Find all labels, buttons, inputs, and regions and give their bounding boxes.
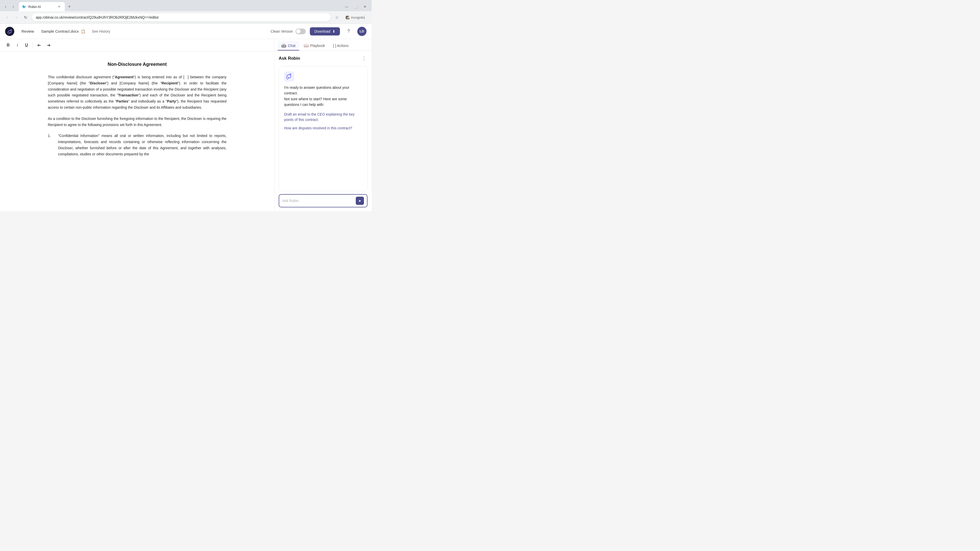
svg-point-1 [11, 29, 12, 30]
sidebar: 🤖 Chat 📖 Playbook [ ] Actions Ask Robin … [275, 39, 372, 211]
clean-version-group: Clean Version [271, 29, 306, 34]
sidebar-tab-bar: 🤖 Chat 📖 Playbook [ ] Actions [275, 39, 372, 51]
ask-robin-send-button[interactable]: ➤ [356, 197, 364, 205]
tab-nav-right[interactable]: › [10, 3, 17, 10]
underline-button[interactable]: U [22, 41, 30, 49]
address-bar: ‹ › ↻ ☆ ⬇ 🕵 Incognito ⋮ [0, 11, 372, 24]
ask-robin-input-wrap: ➤ [279, 194, 368, 207]
list-item-content: "Confidential Information" means all ora… [58, 133, 227, 157]
forward-button[interactable]: › [12, 13, 21, 21]
tab-playbook[interactable]: 📖 Playbook [300, 41, 329, 51]
bookmark-button[interactable]: ☆ [333, 13, 341, 21]
chat-tab-label: Chat [288, 44, 296, 48]
active-tab[interactable]: 🐦 Robin AI ✕ [19, 2, 65, 11]
doc-name: Sample Contract.docx 📋 [41, 29, 85, 33]
paragraph-1: This confidential disclosure agreement (… [48, 74, 227, 111]
download-button[interactable]: Download ⬇ [310, 27, 340, 35]
ask-robin-menu-button[interactable]: ⋮ [360, 55, 368, 62]
outdent-button[interactable]: ⇤ [35, 41, 43, 49]
sidebar-body: Ask Robin ⋮ I [275, 51, 372, 211]
provisions-list: 1. "Confidential Information" means all … [48, 133, 227, 157]
term-parties: Parties [116, 99, 128, 103]
tab-close-button[interactable]: ✕ [57, 4, 62, 9]
back-button[interactable]: ‹ [3, 13, 11, 21]
window-minimize-button[interactable]: — [343, 3, 350, 10]
document-title: Non-Disclosure Agreement [48, 62, 227, 67]
send-icon: ➤ [358, 199, 361, 203]
tab-nav-left[interactable]: ‹ [2, 3, 9, 10]
logo[interactable] [5, 27, 14, 36]
review-button[interactable]: Review [18, 27, 37, 35]
document-content: Non-Disclosure Agreement This confidenti… [48, 62, 227, 157]
formatting-toolbar: B i U ⇤ ⇥ [0, 39, 274, 52]
bold-button[interactable]: B [4, 41, 12, 49]
tab-chat[interactable]: 🤖 Chat [278, 41, 299, 51]
app-container: Review Sample Contract.docx 📋 See Histor… [0, 24, 372, 211]
ask-robin-title: Ask Robin [279, 56, 300, 61]
tab-title: Robin AI [28, 5, 41, 9]
document-scroll[interactable]: Non-Disclosure Agreement This confidenti… [0, 52, 274, 211]
window-close-button[interactable]: ✕ [361, 3, 369, 10]
browser-nav-buttons: ‹ › ↻ [3, 13, 30, 21]
robin-intro-line2: Not sure where to start? Here are some q… [284, 97, 347, 106]
download-label: Download [314, 29, 330, 33]
term-recipient: Recipient [162, 81, 178, 85]
reload-button[interactable]: ↻ [21, 13, 30, 21]
clean-version-label: Clean Version [271, 29, 293, 33]
term-agreement: Agreement [115, 75, 134, 79]
user-avatar[interactable]: LD [357, 27, 366, 36]
window-controls: — ⬜ ✕ [343, 3, 369, 10]
app-header: Review Sample Contract.docx 📋 See Histor… [0, 24, 372, 39]
incognito-button[interactable]: 🕵 Incognito [351, 13, 360, 21]
tab-actions[interactable]: [ ] Actions [329, 41, 352, 51]
chat-tab-icon: 🤖 [281, 43, 286, 48]
playbook-tab-icon: 📖 [304, 43, 309, 48]
term-party: Party [167, 99, 176, 103]
new-tab-button[interactable]: + [66, 3, 73, 10]
robin-intro-line1: I'm ready to answer questions about your… [284, 86, 349, 95]
term-transaction: Transaction [118, 93, 138, 97]
ask-robin-input[interactable] [282, 199, 354, 203]
robin-intro: I'm ready to answer questions about your… [284, 85, 362, 108]
editor-area: B i U ⇤ ⇥ Non-Disclosure Agreement This … [0, 39, 275, 211]
robin-card: I'm ready to answer questions about your… [279, 66, 368, 191]
svg-point-0 [5, 27, 14, 36]
actions-tab-label: [ ] Actions [333, 44, 348, 48]
term-confidential-info: Confidential Information [59, 134, 98, 138]
clean-version-toggle[interactable] [296, 29, 306, 34]
help-button[interactable]: ? [344, 27, 353, 36]
italic-button[interactable]: i [13, 41, 21, 49]
download-icon: ⬇ [332, 29, 335, 33]
incognito-icon: 🕵 [346, 16, 350, 19]
tab-favicon: 🐦 [22, 5, 26, 9]
robin-suggestion-2[interactable]: How are disputes resolved in this contra… [284, 125, 362, 131]
robin-icon [284, 71, 294, 82]
playbook-tab-label: Playbook [310, 44, 325, 48]
tab-bar: ‹ › 🐦 Robin AI ✕ + — ⬜ ✕ [0, 0, 372, 11]
list-item-number: 1. [48, 133, 54, 157]
address-actions: ☆ ⬇ 🕵 Incognito ⋮ [333, 13, 369, 21]
see-history-button[interactable]: See History [89, 28, 113, 35]
paragraph-2: As a condition to the Discloser furnishi… [48, 116, 227, 128]
indent-button[interactable]: ⇥ [44, 41, 52, 49]
toolbar-divider [33, 43, 33, 48]
copy-icon[interactable]: 📋 [81, 29, 85, 33]
svg-rect-2 [284, 71, 294, 82]
term-discloser: Discloser [90, 81, 106, 85]
doc-name-text: Sample Contract.docx [41, 29, 79, 33]
ask-robin-header: Ask Robin ⋮ [279, 55, 368, 62]
browser-menu-button[interactable]: ⋮ [360, 13, 369, 21]
ask-robin-input-area: ➤ [279, 194, 368, 207]
address-input[interactable] [32, 13, 331, 21]
robin-suggestion-1[interactable]: Draft an email to the CEO explaining the… [284, 112, 362, 122]
window-restore-button[interactable]: ⬜ [352, 3, 360, 10]
tab-nav-group: ‹ › [2, 3, 17, 10]
list-item: 1. "Confidential Information" means all … [48, 133, 227, 157]
help-icon: ? [347, 29, 350, 34]
main-content: B i U ⇤ ⇥ Non-Disclosure Agreement This … [0, 39, 372, 211]
svg-point-3 [290, 73, 291, 75]
